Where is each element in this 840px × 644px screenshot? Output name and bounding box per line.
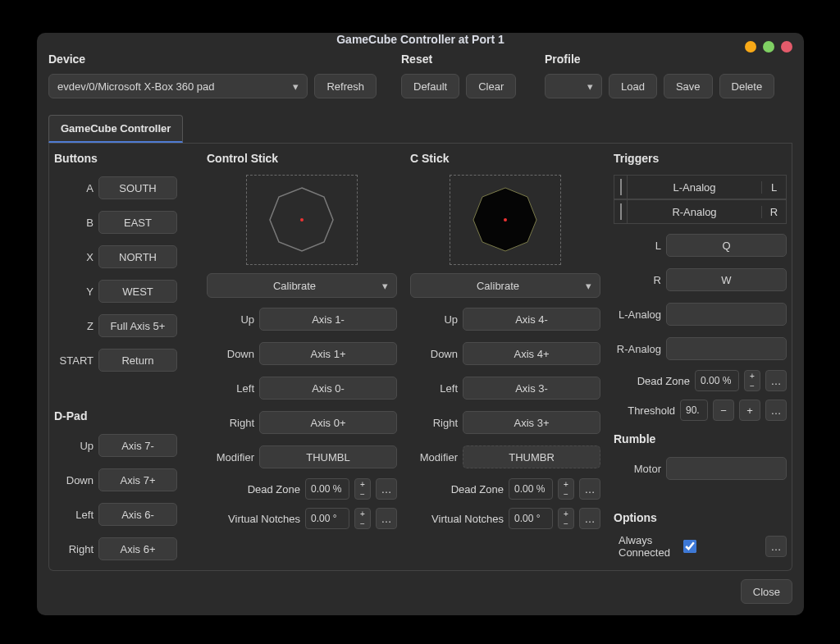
- l-analog-indicator: L-Analog L: [614, 175, 787, 199]
- delete-button[interactable]: Delete: [719, 74, 775, 98]
- cst-right-label: Right: [410, 417, 458, 429]
- motor-bind[interactable]: [666, 457, 787, 480]
- plus-icon[interactable]: +: [355, 509, 370, 518]
- cst-deadzone-value[interactable]: 0.00 %: [509, 478, 553, 500]
- trg-r-bind[interactable]: W: [666, 268, 787, 291]
- cst-left-label: Left: [410, 382, 458, 395]
- dpad-down-bind[interactable]: Axis 7+: [98, 468, 177, 491]
- trg-threshold-more[interactable]: …: [765, 400, 787, 421]
- cs-deadzone-value[interactable]: 0.00 %: [305, 478, 349, 500]
- trg-deadzone-stepper[interactable]: +−: [744, 370, 760, 391]
- buttons-group-title: Buttons: [54, 152, 194, 165]
- dpad-left-label: Left: [54, 509, 94, 521]
- trg-ra-bind[interactable]: [666, 337, 787, 360]
- cs-deadzone-stepper[interactable]: +−: [354, 478, 371, 500]
- trg-deadzone-value[interactable]: 0.00 %: [695, 370, 739, 391]
- minus-icon[interactable]: −: [355, 518, 370, 528]
- refresh-button[interactable]: Refresh: [314, 74, 377, 98]
- cst-up-bind[interactable]: Axis 4-: [463, 308, 600, 331]
- minus-icon[interactable]: −: [355, 489, 370, 499]
- always-connected-checkbox[interactable]: [683, 540, 696, 553]
- device-select[interactable]: evdev/0/Microsoft X-Box 360 pad: [48, 74, 308, 98]
- btn-b-bind[interactable]: EAST: [98, 211, 177, 234]
- triggers-group-title: Triggers: [614, 152, 787, 165]
- dpad-right-bind[interactable]: Axis 6+: [98, 537, 177, 560]
- load-button[interactable]: Load: [609, 74, 657, 98]
- maximize-icon[interactable]: [763, 41, 774, 53]
- cs-down-bind[interactable]: Axis 1+: [259, 342, 397, 365]
- btn-y-label: Y: [54, 285, 94, 298]
- cs-mod-bind[interactable]: THUMBL: [259, 445, 397, 468]
- btn-start-bind[interactable]: Return: [98, 349, 177, 372]
- window-title: GameCube Controller at Port 1: [336, 33, 504, 46]
- ellipsis-icon: …: [585, 513, 596, 525]
- clear-button[interactable]: Clear: [466, 74, 516, 98]
- c-stick-visual: [450, 175, 561, 265]
- minimize-icon[interactable]: [745, 41, 756, 53]
- plus-icon[interactable]: +: [559, 509, 573, 518]
- btn-start-label: START: [54, 354, 94, 367]
- cs-notches-value[interactable]: 0.00 °: [305, 508, 349, 529]
- plus-icon[interactable]: +: [355, 479, 370, 489]
- cst-left-bind[interactable]: Axis 3-: [463, 377, 600, 400]
- trg-deadzone-more[interactable]: …: [765, 370, 787, 391]
- cs-right-label: Right: [207, 417, 254, 429]
- cs-notches-more[interactable]: …: [376, 508, 397, 529]
- ellipsis-icon: …: [381, 513, 392, 525]
- default-button[interactable]: Default: [401, 74, 459, 98]
- btn-z-label: Z: [54, 320, 94, 332]
- btn-x-label: X: [54, 251, 94, 263]
- tab-gamecube-controller[interactable]: GameCube Controller: [48, 115, 183, 143]
- c-stick-title: C Stick: [410, 152, 600, 165]
- btn-b-label: B: [54, 217, 94, 229]
- control-stick-title: Control Stick: [207, 152, 397, 165]
- cst-down-bind[interactable]: Axis 4+: [463, 342, 600, 365]
- trg-la-bind[interactable]: [666, 303, 787, 326]
- save-button[interactable]: Save: [664, 74, 713, 98]
- cst-notches-stepper[interactable]: +−: [558, 508, 574, 529]
- minus-icon: −: [720, 404, 727, 417]
- cst-mod-bind[interactable]: THUMBR: [463, 445, 600, 468]
- trg-threshold-value[interactable]: 90.: [680, 400, 708, 421]
- cs-deadzone-more[interactable]: …: [376, 478, 397, 500]
- close-icon[interactable]: [781, 41, 792, 53]
- cst-notches-value[interactable]: 0.00 °: [509, 508, 553, 529]
- minus-icon[interactable]: −: [559, 518, 573, 528]
- trg-la-label: L-Analog: [614, 308, 661, 321]
- cs-notches-stepper[interactable]: +−: [354, 508, 371, 529]
- btn-z-bind[interactable]: Full Axis 5+: [98, 314, 177, 337]
- device-select-value: evdev/0/Microsoft X-Box 360 pad: [57, 80, 215, 93]
- trg-threshold-minus[interactable]: −: [713, 400, 734, 421]
- plus-icon[interactable]: +: [559, 479, 573, 489]
- dpad-left-bind[interactable]: Axis 6-: [98, 503, 177, 526]
- cs-up-bind[interactable]: Axis 1-: [259, 308, 397, 331]
- l-analog-bar: [614, 176, 628, 199]
- cs-right-bind[interactable]: Axis 0+: [259, 411, 397, 434]
- btn-y-bind[interactable]: WEST: [98, 280, 177, 303]
- cst-right-bind[interactable]: Axis 3+: [463, 411, 600, 434]
- btn-x-bind[interactable]: NORTH: [98, 245, 177, 268]
- reset-section-label: Reset: [401, 53, 520, 66]
- cs-left-label: Left: [207, 382, 254, 395]
- cst-deadzone-more[interactable]: …: [579, 478, 600, 500]
- c-stick-calibrate[interactable]: Calibrate: [410, 273, 600, 298]
- always-connected-label: Always Connected: [614, 534, 678, 559]
- close-button[interactable]: Close: [741, 579, 792, 604]
- btn-a-bind[interactable]: SOUTH: [98, 176, 177, 199]
- options-more[interactable]: …: [765, 536, 787, 557]
- dpad-up-bind[interactable]: Axis 7-: [98, 434, 177, 457]
- cst-notches-more[interactable]: …: [579, 508, 600, 529]
- dpad-up-label: Up: [54, 440, 94, 452]
- cst-deadzone-stepper[interactable]: +−: [558, 478, 574, 500]
- controller-config-window: GameCube Controller at Port 1 Device evd…: [37, 33, 804, 615]
- minus-icon[interactable]: −: [745, 381, 760, 391]
- trg-l-bind[interactable]: Q: [666, 234, 787, 257]
- minus-icon[interactable]: −: [559, 489, 573, 499]
- options-group-title: Options: [614, 511, 787, 524]
- cs-left-bind[interactable]: Axis 0-: [259, 377, 397, 400]
- control-stick-calibrate[interactable]: Calibrate: [207, 273, 397, 298]
- trg-threshold-plus[interactable]: +: [739, 400, 760, 421]
- svg-point-1: [300, 218, 304, 222]
- profile-select[interactable]: [545, 74, 602, 98]
- plus-icon[interactable]: +: [745, 371, 760, 381]
